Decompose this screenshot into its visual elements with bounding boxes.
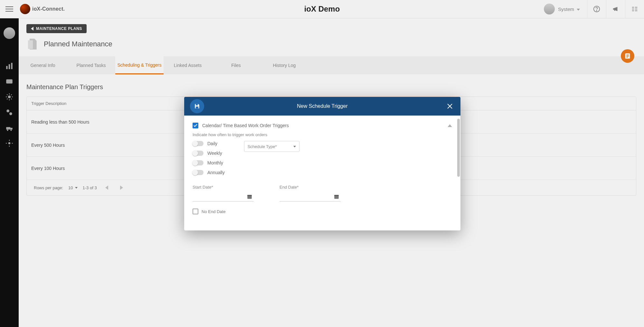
toggle-annually[interactable] [193, 170, 204, 175]
chevron-up-icon [448, 123, 452, 128]
frequency-hint: Indicate how often to trigger work order… [193, 132, 452, 137]
calendar-icon [334, 194, 339, 200]
toggle-daily[interactable] [193, 141, 204, 146]
start-date-label: Start Date* [193, 185, 213, 190]
svg-rect-30 [334, 195, 339, 196]
schedule-type-select[interactable]: Schedule Type* [244, 141, 299, 152]
save-icon [194, 103, 200, 109]
start-date-input[interactable] [193, 192, 254, 201]
calendar-icon [247, 194, 252, 200]
label-annually: Annually [207, 170, 225, 175]
accordion-header[interactable]: Calendar/ Time Based Work Order Triggers [193, 123, 452, 128]
save-button[interactable] [190, 99, 204, 113]
end-date-label: End Date* [279, 185, 298, 190]
label-weekly: Weekly [207, 151, 222, 156]
toggle-weekly[interactable] [193, 151, 204, 156]
modal-title: New Schedule Trigger [297, 103, 347, 109]
no-end-date-label: No End Date [202, 209, 225, 214]
svg-rect-26 [196, 107, 198, 108]
end-date-input[interactable] [279, 192, 341, 201]
section-checkbox[interactable] [193, 123, 198, 128]
label-monthly: Monthly [207, 160, 223, 165]
toggle-monthly[interactable] [193, 160, 204, 165]
new-schedule-trigger-modal: New Schedule Trigger Calendar/ Time Base… [184, 97, 460, 230]
modal-scrollbar[interactable] [457, 119, 460, 177]
close-button[interactable] [445, 101, 455, 111]
svg-rect-25 [196, 104, 198, 105]
chevron-down-icon [293, 146, 296, 147]
label-daily: Daily [207, 141, 217, 146]
close-icon [447, 104, 452, 109]
no-end-date-checkbox[interactable] [193, 209, 198, 214]
check-icon [194, 124, 197, 127]
section-title: Calendar/ Time Based Work Order Triggers [202, 123, 289, 128]
svg-rect-28 [247, 195, 252, 196]
